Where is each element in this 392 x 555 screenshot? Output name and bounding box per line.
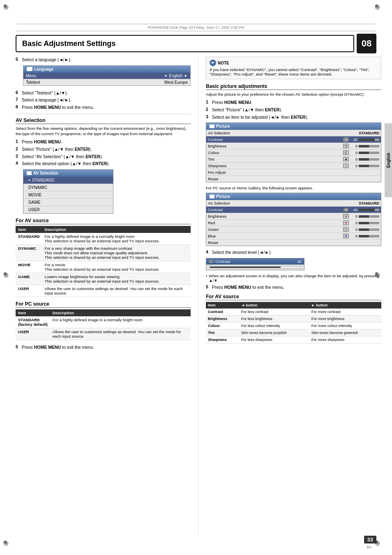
top-bar: PDP506XDE.book Page 33 Friday, June 17, … xyxy=(16,24,376,31)
contrast-widget: Contrast 40 xyxy=(206,258,304,270)
step-6: 6 Select "Teletext" (▲/▼). xyxy=(16,90,191,96)
pic-row-reset: Reset xyxy=(206,176,381,182)
pic-pc-blue: Blue B 0 xyxy=(206,233,381,240)
table-row: GAME Lowers image brightness for easier … xyxy=(16,273,191,285)
lang-row-menu: Menu ◄ English ► xyxy=(23,73,190,79)
av-step-1: 1 Press HOME MENU. xyxy=(16,139,191,145)
pic-row-brightness: Brightness ☀ 0 xyxy=(206,143,381,150)
step-7: 7 Select a language (◄/►). xyxy=(16,97,191,103)
picture-widget-title: Picture xyxy=(206,123,381,130)
step-5-lang: 5 Select a language (◄/►). xyxy=(16,57,191,63)
pc-brightness-icon: ☀ xyxy=(343,214,349,219)
slider-track xyxy=(210,266,301,268)
sharpness-icon: □ xyxy=(343,164,349,168)
table-row: Colour For less colour intensity For mor… xyxy=(206,322,381,329)
contrast-title: Contrast 40 xyxy=(206,258,304,265)
contrast-circle-icon xyxy=(209,260,214,263)
lang-row-teletext: Teletext West Europe xyxy=(23,79,190,85)
page-number: 33 xyxy=(364,536,376,543)
av-item-game: GAME xyxy=(23,199,113,206)
blue-icon: B xyxy=(343,234,349,238)
table-row: Contrast For less contrast For more cont… xyxy=(206,309,381,315)
av-source-bottom-heading: For AV source xyxy=(206,294,381,300)
av-item-standard: STANDARD xyxy=(23,177,113,184)
table-row: Sharpness For less sharpness For more sh… xyxy=(206,336,381,343)
av-selection-heading: AV Selection xyxy=(16,117,191,124)
table-row: STANDARD(factory default) For a highly d… xyxy=(16,316,191,328)
corner-mark-tr: ⊕ xyxy=(375,3,383,12)
pic-row-av-selection: AV Selection STANDARD xyxy=(206,130,381,136)
for-av-source-heading: For AV source xyxy=(16,218,191,224)
pic-row-pro-adjust: Pro Adjust xyxy=(206,169,381,176)
step-8: 8 Press HOME MENU to exit the menu. xyxy=(16,104,191,111)
picture-widget-pc: Picture AV Selection STANDARD Contrast ●… xyxy=(206,193,381,246)
step-text: Select a language (◄/►). xyxy=(22,57,71,63)
pc-source-table: Item Description STANDARD(factory defaul… xyxy=(16,309,191,340)
pic-pc-av: AV Selection STANDARD xyxy=(206,200,381,207)
av-step-2: 2 Select "Picture" (▲/▼ then ENTER). xyxy=(16,146,191,152)
colour-icon: C xyxy=(343,150,349,155)
av-item-dynamic: DYNAMIC xyxy=(23,184,113,191)
corner-mark-tl: ⊕ xyxy=(3,3,12,12)
av-menu-title: AV Selection xyxy=(23,170,113,177)
brightness-icon: ☀ xyxy=(343,144,349,148)
page: ⊕ ⊕ ⊕ ⊕ ⊕ ⊕ PDP506XDE.book Page 33 Frida… xyxy=(0,0,392,555)
bp-step-1: 1 Press HOME MENU. xyxy=(206,99,381,106)
pic-row-contrast: Contrast ● 40 xyxy=(206,136,381,143)
basic-picture-heading: Basic picture adjustments xyxy=(206,83,381,90)
note-text: If you have selected "DYNAMIC", you cann… xyxy=(210,67,378,76)
language-widget: Language Menu ◄ English ► Teletext West … xyxy=(23,65,191,86)
table-row: DYNAMIC For a very sharp image with the … xyxy=(16,245,191,261)
av-selection-intro: Select from the five viewing options, de… xyxy=(16,126,191,137)
av-item-movie: MOVIE xyxy=(23,191,113,199)
chapter-badge: 08 xyxy=(357,34,376,53)
pc-source-note: For PC source or Home Gallery, the follo… xyxy=(206,186,381,190)
table-row: USER Allows the user to customize settin… xyxy=(16,285,191,297)
corner-mark-bl: ⊕ xyxy=(3,539,12,548)
av-source-detail-table: Item ◄ button ► button Contrast For less… xyxy=(206,302,381,343)
slider-fill xyxy=(210,267,281,268)
av-selection-menu: AV Selection STANDARD DYNAMIC MOVIE GAME… xyxy=(23,169,113,214)
note-title: ✏ NOTE xyxy=(210,60,378,66)
red-icon: R xyxy=(343,221,349,225)
pic-tv-icon xyxy=(210,124,214,128)
av-step-3: 3 Select "AV Selection" (▲/▼ then ENTER)… xyxy=(16,154,191,160)
left-column: 5 Select a language (◄/►). Language Menu… xyxy=(16,57,198,534)
adjustment-note: When an adjustment screen is in display,… xyxy=(206,274,381,283)
side-lang-text: English xyxy=(386,153,391,168)
pic-pc-tv-icon xyxy=(210,195,214,198)
step-num: 5 xyxy=(16,57,20,63)
table-row: MOVIE For a movieThis selection is share… xyxy=(16,261,191,273)
table-row: Tint Skin tones become purplish Skin ton… xyxy=(206,329,381,336)
av-source-table: Item Description STANDARD For a highly d… xyxy=(16,226,191,297)
step-5-bottom: 5 Press HOME MENU to exit the menu. xyxy=(16,344,191,350)
pic-pc-reset: Reset xyxy=(206,240,381,246)
pc-contrast-icon: ● xyxy=(343,207,349,212)
language-widget-title: Language xyxy=(23,66,190,73)
table-row: Brightness For less brightness For more … xyxy=(206,315,381,322)
content-area: 5 Select a language (◄/►). Language Menu… xyxy=(16,57,381,534)
pic-row-sharpness: Sharpness □ 0 xyxy=(206,163,381,169)
page-title-bar: Basic Adjustment Settings xyxy=(16,35,354,52)
right-step-4: 4 Select the desired level (◄/►). xyxy=(206,249,381,256)
pic-pc-contrast: Contrast ● 40 xyxy=(206,207,381,213)
table-row: USER Allows the user to customize settin… xyxy=(16,328,191,340)
contrast-icon: ● xyxy=(343,137,349,142)
top-bar-text: PDP506XDE.book Page 33 Friday, June 17, … xyxy=(148,25,244,30)
page-lang: En xyxy=(367,545,371,549)
pic-pc-green: Green G 0 xyxy=(206,226,381,233)
bp-step-3: 3 Select an item to be adjusted (◄/► the… xyxy=(206,114,381,120)
side-lang-bar: English xyxy=(385,123,392,197)
green-icon: G xyxy=(343,227,349,232)
av-item-user: USER xyxy=(23,206,113,213)
tint-icon: ♟ xyxy=(343,157,349,161)
av-step-4: 4 Select the desired option (▲/▼ then EN… xyxy=(16,161,191,167)
tv-icon xyxy=(27,67,32,71)
pic-pc-brightness: Brightness ☀ 0 xyxy=(206,213,381,220)
basic-picture-intro: Adjust the picture to your preference fo… xyxy=(206,92,381,97)
right-column: ✏ NOTE If you have selected "DYNAMIC", y… xyxy=(198,57,381,534)
page-title: Basic Adjustment Settings xyxy=(22,39,115,48)
contrast-slider xyxy=(206,265,304,270)
note-icon: ✏ xyxy=(210,60,216,66)
bp-step-2: 2 Select "Picture" (▲/▼ then ENTER). xyxy=(206,107,381,113)
